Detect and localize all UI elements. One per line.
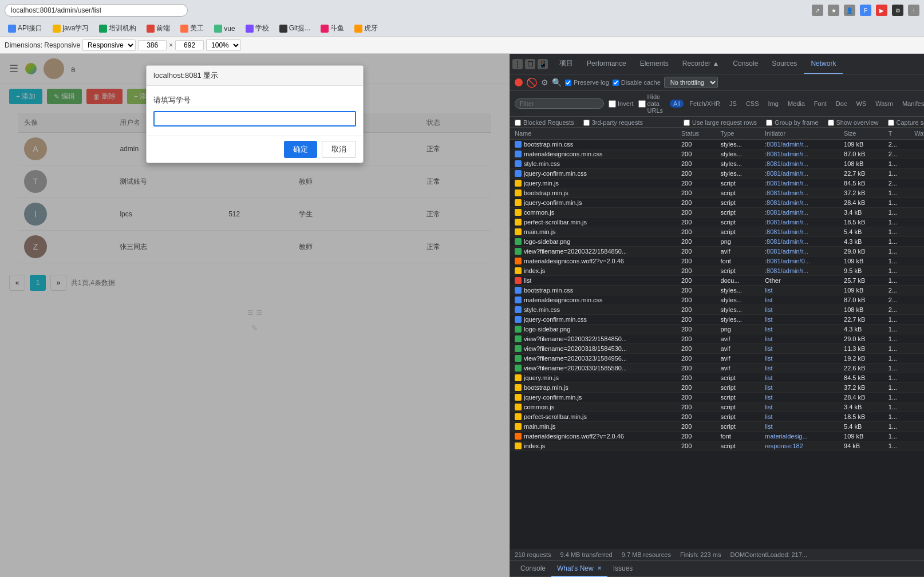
bookmark-school[interactable]: 学校: [242, 22, 273, 34]
zoom-select[interactable]: 100%: [206, 39, 241, 51]
network-row[interactable]: bootstrap.min.js 200 script list 37.2 kB…: [510, 383, 924, 393]
tab-console[interactable]: Console: [726, 54, 765, 74]
blocked-requests-checkbox[interactable]: [515, 120, 521, 126]
star-icon[interactable]: ★: [828, 5, 839, 16]
bookmark-art[interactable]: 美工: [177, 22, 207, 34]
clear-button[interactable]: 🚫: [526, 77, 538, 88]
bookmark-train[interactable]: 培训机构: [96, 22, 140, 34]
record-button[interactable]: [515, 78, 523, 86]
bookmark-fish[interactable]: 斗鱼: [317, 22, 348, 34]
tab-network[interactable]: Network: [804, 54, 843, 74]
tab-project[interactable]: 项目: [552, 54, 580, 74]
group-by-frame-checkbox[interactable]: [766, 120, 772, 126]
network-row[interactable]: common.js 200 script list 3.4 kB 1...: [510, 402, 924, 412]
network-row[interactable]: logo-sidebar.png 200 png :8081/admin/r..…: [510, 237, 924, 247]
tab-sources[interactable]: Sources: [765, 54, 804, 74]
use-large-rows-checkbox[interactable]: [684, 120, 690, 126]
network-row[interactable]: common.js 200 script :8081/admin/r... 3.…: [510, 208, 924, 218]
ext3-icon[interactable]: ⚙: [892, 5, 903, 16]
col-t[interactable]: T: [884, 128, 910, 140]
third-party-checkbox[interactable]: [583, 120, 590, 126]
url-bar[interactable]: localhost:8081/admin/user/list: [5, 4, 188, 17]
network-row[interactable]: jquery.min.js 200 script list 84.5 kB 1.…: [510, 373, 924, 383]
network-row[interactable]: view?filename=20200330/1585580... 200 av…: [510, 363, 924, 373]
filter-type-img[interactable]: Img: [765, 100, 782, 108]
filter-type-css[interactable]: CSS: [743, 100, 763, 108]
network-row[interactable]: style.min.css 200 styles... list 108 kB …: [510, 305, 924, 315]
network-row[interactable]: view?filename=20200323/1584956... 200 av…: [510, 354, 924, 363]
invert-label[interactable]: Invert: [609, 100, 634, 108]
network-row[interactable]: style.min.css 200 styles... :8081/admin/…: [510, 159, 924, 169]
menu-dots-icon[interactable]: ⋮: [908, 5, 919, 16]
bookmark-java[interactable]: java学习: [49, 22, 92, 34]
network-row[interactable]: list 200 docu... Other 25.7 kB 1...: [510, 276, 924, 286]
search-icon-btn[interactable]: 🔍: [552, 78, 562, 87]
bottom-tab-whats-new[interactable]: What's New ✕: [551, 561, 607, 577]
capture-screenshots-label[interactable]: Capture screenshots: [888, 119, 924, 126]
hide-data-label[interactable]: Hide data URLs: [638, 93, 666, 114]
bookmark-tiger[interactable]: 虎牙: [351, 22, 381, 34]
network-row[interactable]: index.js 200 script response:182 94 kB 1…: [510, 441, 924, 451]
share-icon[interactable]: ↗: [812, 5, 823, 16]
network-row[interactable]: materialdesignicons.min.css 200 styles..…: [510, 295, 924, 305]
filter-type-media[interactable]: Media: [784, 100, 808, 108]
show-overview-label[interactable]: Show overview: [828, 119, 879, 126]
filter-input[interactable]: [515, 98, 604, 109]
ext1-icon[interactable]: F: [860, 5, 871, 16]
network-row[interactable]: jquery-confirm.min.css 200 styles... lis…: [510, 315, 924, 325]
profile-icon[interactable]: 👤: [844, 5, 855, 16]
height-input[interactable]: [175, 40, 204, 50]
throttle-select[interactable]: No throttling: [664, 77, 718, 88]
network-row[interactable]: jquery.min.js 200 script :8081/admin/r..…: [510, 179, 924, 188]
col-type[interactable]: Type: [716, 128, 761, 140]
filter-type-doc[interactable]: Doc: [832, 100, 851, 108]
hide-data-checkbox[interactable]: [638, 100, 646, 108]
capture-screenshots-checkbox[interactable]: [888, 120, 894, 126]
disable-cache-checkbox[interactable]: [613, 80, 619, 86]
filter-type-fetch/xhr[interactable]: Fetch/XHR: [686, 100, 724, 108]
tab-performance[interactable]: Performance: [580, 54, 633, 74]
preserve-log-label[interactable]: Preserve log: [565, 79, 609, 86]
blocked-requests-label[interactable]: Blocked Requests: [515, 119, 574, 126]
tab-elements[interactable]: Elements: [633, 54, 676, 74]
confirm-button[interactable]: 确定: [284, 141, 317, 158]
network-row[interactable]: main.min.js 200 script :8081/admin/r... …: [510, 227, 924, 237]
filter-type-manifest[interactable]: Manifest: [899, 100, 924, 108]
third-party-label[interactable]: 3rd-party requests: [583, 119, 643, 126]
invert-checkbox[interactable]: [609, 100, 616, 108]
bookmark-api[interactable]: API接口: [5, 22, 46, 34]
bookmark-git[interactable]: Git提...: [276, 22, 314, 34]
col-waterfall[interactable]: Waterfall: [910, 128, 924, 140]
filter-icon[interactable]: ⚙: [541, 78, 548, 87]
network-row[interactable]: logo-sidebar.png 200 png list 4.3 kB 1..…: [510, 325, 924, 334]
dimensions-select[interactable]: Responsive: [82, 39, 136, 51]
bottom-tab-issues[interactable]: Issues: [607, 561, 639, 577]
col-name[interactable]: Name: [510, 128, 677, 140]
bookmark-frontend[interactable]: 前端: [143, 22, 173, 34]
filter-type-js[interactable]: JS: [726, 100, 740, 108]
col-status[interactable]: Status: [677, 128, 716, 140]
bottom-tab-console[interactable]: Console: [515, 561, 551, 577]
network-row[interactable]: materialdesignicons.woff2?v=2.0.46 200 f…: [510, 256, 924, 266]
filter-type-ws[interactable]: WS: [852, 100, 870, 108]
network-row[interactable]: bootstrap.min.js 200 script :8081/admin/…: [510, 188, 924, 198]
col-size[interactable]: Size: [839, 128, 884, 140]
filter-type-all[interactable]: All: [670, 100, 684, 108]
ext2-icon[interactable]: ▶: [876, 5, 887, 16]
network-row[interactable]: jquery-confirm.min.js 200 script list 28…: [510, 393, 924, 402]
network-table-wrap[interactable]: Name Status Type Initiator Size T Waterf…: [510, 128, 924, 549]
network-row[interactable]: index.js 200 script :8081/admin/r... 9.5…: [510, 266, 924, 276]
group-by-frame-label[interactable]: Group by frame: [766, 119, 818, 126]
network-row[interactable]: jquery-confirm.min.css 200 styles... :80…: [510, 169, 924, 179]
network-row[interactable]: perfect-scrollbar.min.js 200 script :808…: [510, 218, 924, 227]
devtools-inspect-icon[interactable]: ☐: [525, 59, 535, 69]
cancel-button[interactable]: 取消: [322, 141, 356, 158]
network-row[interactable]: view?filename=20200318/1584530... 200 av…: [510, 344, 924, 354]
network-row[interactable]: view?filename=20200322/1584850... 200 av…: [510, 334, 924, 344]
network-row[interactable]: view?filename=20200322/1584850... 200 av…: [510, 247, 924, 256]
filter-type-wasm[interactable]: Wasm: [872, 100, 897, 108]
bookmark-vue[interactable]: vue: [211, 23, 238, 34]
preserve-log-checkbox[interactable]: [565, 80, 571, 86]
network-row[interactable]: materialdesignicons.woff2?v=2.0.46 200 f…: [510, 432, 924, 441]
network-row[interactable]: main.min.js 200 script list 5.4 kB 1...: [510, 422, 924, 432]
